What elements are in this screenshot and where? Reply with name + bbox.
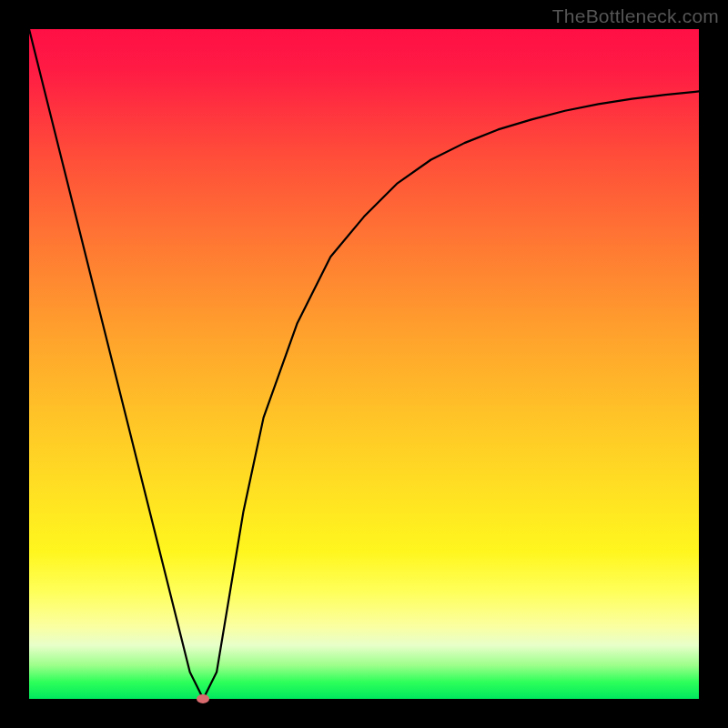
curve-svg xyxy=(29,29,699,699)
bottleneck-curve xyxy=(29,29,699,699)
chart-frame: TheBottleneck.com xyxy=(0,0,728,728)
minimum-marker xyxy=(197,694,209,703)
watermark: TheBottleneck.com xyxy=(552,5,719,27)
plot-area xyxy=(29,29,699,699)
